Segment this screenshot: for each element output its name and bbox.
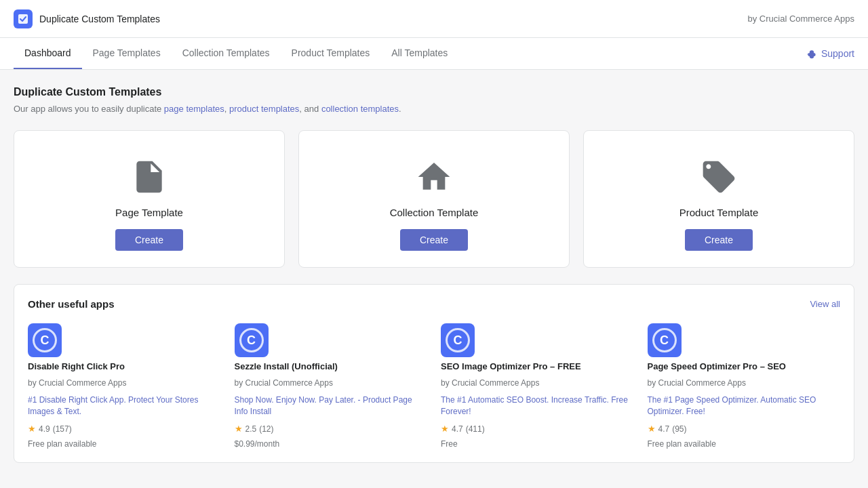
other-apps-section: Other useful apps View all C Disable Rig…: [14, 284, 854, 463]
support-link[interactable]: Support: [806, 48, 854, 59]
app-name-seo-optimizer: SEO Image Optimizer Pro – FREE: [441, 361, 634, 373]
review-count: (95): [672, 424, 686, 434]
app-price-disable-right-click: Free plan available: [28, 439, 221, 449]
page-template-card: Page Template Create: [14, 130, 285, 268]
app-item-header: C: [28, 323, 221, 357]
other-apps-header: Other useful apps View all: [28, 298, 840, 310]
collection-template-card: Collection Template Create: [298, 130, 570, 268]
app-logo-seo-optimizer: C: [441, 323, 475, 357]
main-content: Duplicate Custom Templates Our app allow…: [0, 70, 868, 479]
page-template-name: Page Template: [115, 207, 183, 218]
page-templates-link[interactable]: page templates: [164, 104, 224, 114]
app-logo-page-speed: C: [648, 323, 682, 357]
app-description-sezzle: Shop Now. Enjoy Now. Pay Later. - Produc…: [235, 394, 428, 418]
app-item-seo-optimizer: C SEO Image Optimizer Pro – FREE by Cruc…: [441, 323, 634, 449]
review-count: (157): [53, 424, 72, 434]
collection-templates-link[interactable]: collection templates: [321, 104, 399, 114]
by-label: by Crucial Commerce Apps: [748, 14, 855, 24]
app-name-disable-right-click: Disable Right Click Pro: [28, 361, 221, 373]
star-icon: ★: [28, 424, 36, 434]
rating-value: 2.5: [245, 424, 257, 434]
other-apps-title: Other useful apps: [28, 298, 115, 310]
app-description-page-speed: The #1 Page Speed Optimizer. Automatic S…: [648, 394, 841, 418]
app-name-page-speed: Page Speed Optimizer Pro – SEO: [648, 361, 841, 373]
app-icon: [14, 9, 33, 28]
app-author-sezzle: by Crucial Commerce Apps: [235, 378, 428, 388]
product-template-card: Product Template Create: [583, 130, 854, 268]
collection-template-create-button[interactable]: Create: [400, 229, 468, 251]
page-template-icon: [130, 158, 168, 196]
nav-tabs: Dashboard Page Templates Collection Temp…: [14, 38, 458, 69]
product-templates-link[interactable]: product templates: [229, 104, 299, 114]
app-item-header: C: [235, 323, 428, 357]
top-bar-left: Duplicate Custom Templates: [14, 9, 160, 28]
support-icon: [806, 48, 817, 59]
view-all-link[interactable]: View all: [810, 299, 840, 309]
product-template-create-button[interactable]: Create: [685, 229, 753, 251]
product-template-name: Product Template: [679, 207, 758, 218]
app-item-sezzle: C Sezzle Install (Unofficial) by Crucial…: [235, 323, 428, 449]
template-cards: Page Template Create Collection Template…: [14, 130, 854, 268]
top-bar: Duplicate Custom Templates by Crucial Co…: [0, 0, 868, 38]
app-item-header: C: [441, 323, 634, 357]
collection-template-icon: [415, 158, 453, 196]
review-count: (411): [466, 424, 485, 434]
star-icon: ★: [441, 424, 449, 434]
app-item-header: C: [648, 323, 841, 357]
tab-collection-templates[interactable]: Collection Templates: [172, 38, 281, 69]
support-label: Support: [821, 48, 854, 59]
app-item-disable-right-click: C Disable Right Click Pro by Crucial Com…: [28, 323, 221, 449]
app-price-sezzle: $0.99/month: [235, 439, 428, 449]
navigation: Dashboard Page Templates Collection Temp…: [0, 38, 868, 70]
tab-page-templates[interactable]: Page Templates: [82, 38, 172, 69]
app-author-seo-optimizer: by Crucial Commerce Apps: [441, 378, 634, 388]
app-price-seo-optimizer: Free: [441, 439, 634, 449]
rating-value: 4.7: [658, 424, 670, 434]
app-description-disable-right-click: #1 Disable Right Click App. Protect Your…: [28, 394, 221, 418]
tab-dashboard[interactable]: Dashboard: [14, 38, 82, 69]
product-template-icon: [700, 158, 738, 196]
collection-template-name: Collection Template: [390, 207, 479, 218]
app-item-page-speed: C Page Speed Optimizer Pro – SEO by Cruc…: [648, 323, 841, 449]
page-title: Duplicate Custom Templates: [14, 86, 854, 98]
tab-product-templates[interactable]: Product Templates: [281, 38, 381, 69]
app-rating-disable-right-click: ★ 4.9 (157): [28, 424, 221, 434]
app-logo-disable-right-click: C: [28, 323, 62, 357]
app-title: Duplicate Custom Templates: [39, 14, 160, 24]
app-rating-sezzle: ★ 2.5 (12): [235, 424, 428, 434]
rating-value: 4.7: [452, 424, 463, 434]
app-name-sezzle: Sezzle Install (Unofficial): [235, 361, 428, 373]
page-subtext: Our app allows you to easily duplicate p…: [14, 104, 854, 114]
rating-value: 4.9: [39, 424, 50, 434]
app-price-page-speed: Free plan available: [648, 439, 841, 449]
page-template-create-button[interactable]: Create: [115, 229, 183, 251]
app-author-disable-right-click: by Crucial Commerce Apps: [28, 378, 221, 388]
tab-all-templates[interactable]: All Templates: [380, 38, 458, 69]
app-logo-sezzle: C: [235, 323, 269, 357]
apps-grid: C Disable Right Click Pro by Crucial Com…: [28, 323, 840, 449]
star-icon: ★: [648, 424, 656, 434]
star-icon: ★: [235, 424, 243, 434]
app-author-page-speed: by Crucial Commerce Apps: [648, 378, 841, 388]
app-rating-page-speed: ★ 4.7 (95): [648, 424, 841, 434]
review-count: (12): [259, 424, 273, 434]
app-rating-seo-optimizer: ★ 4.7 (411): [441, 424, 634, 434]
app-description-seo-optimizer: The #1 Automatic SEO Boost. Increase Tra…: [441, 394, 634, 418]
